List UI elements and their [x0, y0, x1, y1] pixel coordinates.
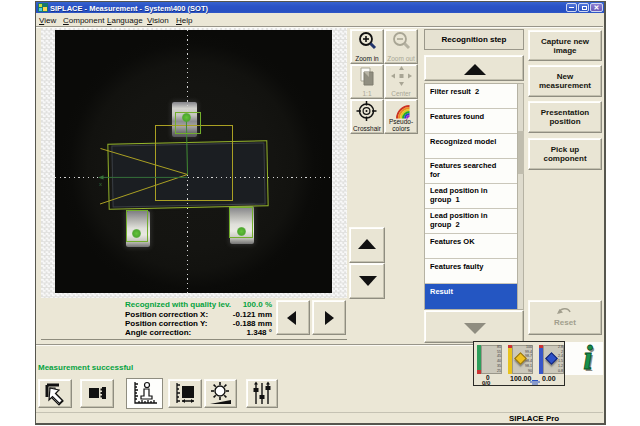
svg-text:i: i	[583, 341, 593, 375]
svg-text:x: x	[99, 181, 102, 187]
